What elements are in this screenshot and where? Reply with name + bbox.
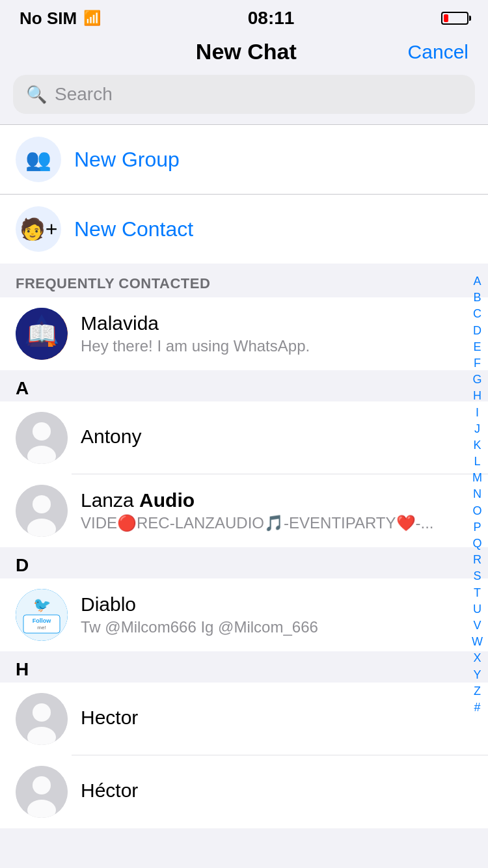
time-display: 08:11: [248, 8, 295, 29]
contact-item-lanza-audio[interactable]: Lanza Audio VIDE🔴REC-LANZAUDIO🎵-EVENTIPA…: [0, 474, 488, 547]
svg-text:me!: me!: [37, 625, 46, 631]
index-letter-z[interactable]: Z: [474, 683, 481, 699]
contact-item-hector2[interactable]: Héctor: [0, 755, 488, 828]
new-contact-icon: 🧑+: [20, 217, 58, 241]
page-title: New Chat: [196, 39, 297, 64]
index-letter-r[interactable]: R: [473, 552, 481, 568]
contact-name-malavida: Malavida: [81, 312, 472, 334]
frequently-contacted-list: 📖 Malavida Hey there! I am using WhatsAp…: [0, 297, 488, 370]
index-letter-b[interactable]: B: [473, 290, 481, 306]
section-a-header: A: [0, 370, 488, 401]
search-input[interactable]: Search: [55, 84, 113, 105]
index-letter-h[interactable]: H: [473, 388, 481, 404]
index-letter-x[interactable]: X: [473, 650, 481, 666]
index-letter-s[interactable]: S: [473, 568, 481, 584]
new-contact-icon-circle: 🧑+: [16, 206, 61, 252]
index-letter-g[interactable]: G: [472, 372, 481, 388]
index-letter-i[interactable]: I: [476, 405, 479, 421]
index-letter-k[interactable]: K: [473, 437, 481, 454]
avatar-antony: [16, 412, 68, 464]
action-list: 👥 New Group 🧑+ New Contact: [0, 125, 488, 264]
frequently-contacted-label: FREQUENTLY CONTACTED: [16, 275, 210, 292]
index-letter-d[interactable]: D: [473, 323, 481, 339]
index-letter-n[interactable]: N: [473, 486, 481, 502]
contact-status-malavida: Hey there! I am using WhatsApp.: [81, 337, 472, 355]
index-letter-v[interactable]: V: [473, 617, 481, 634]
new-group-button[interactable]: 👥 New Group: [0, 125, 488, 194]
contact-name-hector: Hector: [81, 707, 472, 729]
svg-point-7: [33, 422, 51, 441]
index-letter-y[interactable]: Y: [473, 667, 481, 683]
contact-info-malavida: Malavida Hey there! I am using WhatsApp.: [81, 312, 472, 355]
section-h-header: H: [0, 651, 488, 683]
section-h-list: Hector Héctor: [0, 683, 488, 828]
contact-status-diablo: Tw @Milcom666 Ig @Milcom_666: [81, 618, 472, 636]
index-letter-c[interactable]: C: [473, 306, 481, 322]
contact-name-diablo: Diablo: [81, 593, 472, 616]
avatar-hector: [16, 693, 68, 745]
alpha-letter-a: A: [16, 378, 29, 398]
contact-status-lanza-audio: VIDE🔴REC-LANZAUDIO🎵-EVENTIPARTY❤️-...: [81, 514, 472, 532]
status-bar: No SIM 📶 08:11: [0, 0, 488, 33]
section-d-list: 🐦 Follow me! Diablo Tw @Milcom666 Ig @Mi…: [0, 578, 488, 651]
svg-point-21: [33, 776, 51, 794]
contact-info-lanza-audio: Lanza Audio VIDE🔴REC-LANZAUDIO🎵-EVENTIPA…: [81, 489, 472, 532]
battery-fill: [444, 14, 448, 22]
new-contact-label: New Contact: [74, 217, 193, 241]
svg-text:📖: 📖: [27, 319, 57, 347]
new-group-icon-circle: 👥: [16, 137, 61, 182]
index-letter-l[interactable]: L: [474, 454, 480, 470]
battery-icon: [441, 12, 468, 25]
index-letter-o[interactable]: O: [472, 503, 481, 519]
carrier-wifi: No SIM 📶: [20, 8, 101, 29]
svg-point-18: [33, 703, 51, 722]
avatar-lanza-audio: [16, 485, 68, 537]
contact-name-antony: Antony: [81, 426, 472, 448]
avatar-hector2: [16, 766, 68, 818]
svg-text:Follow: Follow: [33, 617, 51, 624]
new-group-label: New Group: [74, 148, 180, 172]
search-icon: 🔍: [26, 85, 47, 105]
contact-item-antony[interactable]: Antony: [0, 401, 488, 474]
index-letter-t[interactable]: T: [474, 585, 481, 601]
contact-item-diablo[interactable]: 🐦 Follow me! Diablo Tw @Milcom666 Ig @Mi…: [0, 578, 488, 651]
section-d-header: D: [0, 547, 488, 578]
contact-info-hector: Hector: [81, 707, 472, 731]
contact-item-malavida[interactable]: 📖 Malavida Hey there! I am using WhatsAp…: [0, 297, 488, 370]
frequently-contacted-header: FREQUENTLY CONTACTED: [0, 264, 488, 297]
index-letter-#[interactable]: #: [474, 699, 480, 716]
alpha-letter-h: H: [16, 659, 29, 679]
index-letter-f[interactable]: F: [474, 355, 481, 372]
search-container: 🔍 Search: [0, 75, 488, 124]
index-letter-w[interactable]: W: [472, 634, 483, 650]
contact-name-lanza-audio: Lanza Audio: [81, 489, 472, 511]
index-letter-u[interactable]: U: [473, 601, 481, 617]
avatar-diablo: 🐦 Follow me!: [16, 589, 68, 641]
search-bar[interactable]: 🔍 Search: [13, 75, 475, 114]
navigation-bar: New Chat Cancel: [0, 33, 488, 75]
avatar-malavida: 📖: [16, 308, 68, 360]
new-group-icon: 👥: [25, 147, 51, 172]
letter-index: ABCDEFGHIJKLMNOPQRSTUVWXYZ#: [472, 273, 483, 716]
cancel-button[interactable]: Cancel: [408, 41, 468, 63]
contact-info-antony: Antony: [81, 426, 472, 450]
index-letter-q[interactable]: Q: [472, 536, 481, 552]
svg-point-10: [33, 495, 51, 513]
index-letter-e[interactable]: E: [473, 339, 481, 355]
wifi-icon: 📶: [83, 10, 101, 27]
carrier-label: No SIM: [20, 8, 77, 29]
section-a-list: Antony Lanza Audio VIDE🔴REC-LANZAUDIO🎵-E…: [0, 401, 488, 547]
svg-text:🐦: 🐦: [33, 596, 51, 614]
index-letter-m[interactable]: M: [472, 470, 482, 486]
contact-name-hector2: Héctor: [81, 780, 472, 802]
index-letter-a[interactable]: A: [473, 273, 481, 290]
index-letter-p[interactable]: P: [473, 519, 481, 536]
index-letter-j[interactable]: J: [474, 421, 480, 437]
new-contact-button[interactable]: 🧑+ New Contact: [0, 195, 488, 264]
battery-container: [441, 12, 468, 25]
contact-item-hector[interactable]: Hector: [0, 683, 488, 755]
contact-info-diablo: Diablo Tw @Milcom666 Ig @Milcom_666: [81, 593, 472, 636]
contact-info-hector2: Héctor: [81, 780, 472, 804]
alpha-letter-d: D: [16, 555, 29, 575]
